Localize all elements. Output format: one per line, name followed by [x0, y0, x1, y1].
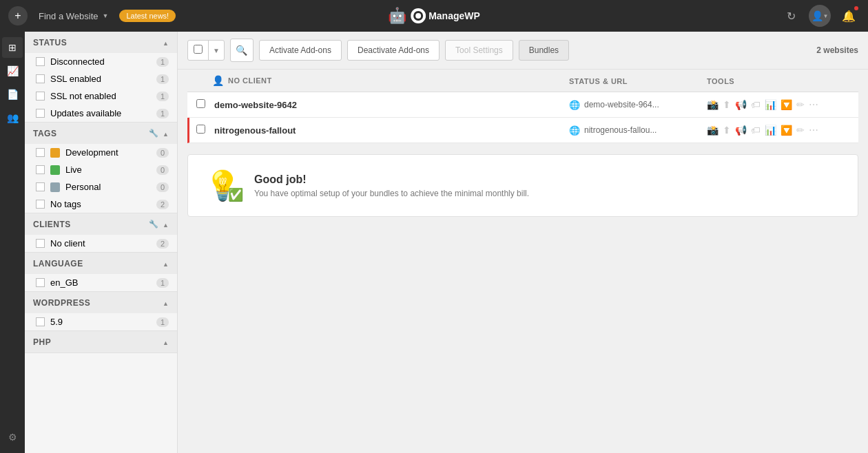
filter-count-ssl-not-enabled: 1	[156, 92, 169, 101]
collapse-wordpress-icon	[163, 297, 169, 308]
main-content: ▼ 🔍 Activate Add-ons Deactivate Add-ons …	[178, 32, 868, 453]
filter-section-clients-header[interactable]: Clients 🔧	[25, 213, 177, 235]
globe-icon-1: 🌐	[569, 100, 580, 110]
checkbox-development[interactable]	[36, 148, 45, 157]
filter-item-development[interactable]: Development 0	[25, 144, 177, 161]
filter-section-status: Status Disconnected 1 SSL enabled 1 SSL …	[25, 32, 177, 123]
checkbox-ssl-enabled[interactable]	[36, 74, 45, 83]
checkbox-no-client[interactable]	[36, 239, 45, 248]
checkbox-personal[interactable]	[36, 182, 45, 191]
tag-dot-development	[50, 148, 60, 158]
wrench-icon: 🔧	[149, 129, 158, 138]
select-all-dropdown-arrow[interactable]: ▼	[209, 43, 224, 59]
sidebar-item-settings[interactable]: ⚙	[2, 427, 23, 447]
sidebar-item-performance[interactable]: 📈	[2, 61, 23, 81]
filter-item-personal[interactable]: Personal 0	[25, 178, 177, 196]
stats-tool-1[interactable]: 📊	[765, 99, 776, 110]
filter-section-status-header[interactable]: Status	[25, 32, 177, 53]
filter-label-ssl-not-enabled: SSL not enabled	[50, 91, 116, 101]
select-all-input[interactable]	[194, 45, 203, 54]
toolbar: ▼ 🔍 Activate Add-ons Deactivate Add-ons …	[178, 32, 868, 70]
filter-item-no-tags[interactable]: No tags 2	[25, 196, 177, 213]
row-2-checkbox[interactable]	[196, 125, 205, 134]
filter-item-no-client[interactable]: No client 2	[25, 235, 177, 252]
find-website-label: Find a Website	[39, 11, 98, 21]
sidebar-item-clients[interactable]: 👥	[2, 107, 23, 128]
checkbox-live[interactable]	[36, 165, 45, 174]
clone-tool-2[interactable]: 🔽	[781, 125, 792, 136]
filter-section-wordpress: WordPress 5.9 1	[25, 292, 177, 331]
update-tool-2[interactable]: ⬆	[723, 125, 731, 136]
tag-tool-2[interactable]: 🏷	[751, 125, 761, 136]
filter-item-ssl-enabled[interactable]: SSL enabled 1	[25, 70, 177, 87]
filter-item-ssl-not-enabled[interactable]: SSL not enabled 1	[25, 87, 177, 105]
filter-count-ssl-enabled: 1	[156, 74, 169, 84]
sidebar-item-dashboard[interactable]: ⊞	[2, 37, 23, 58]
row-1-checkbox[interactable]	[196, 99, 205, 108]
tag-tool-1[interactable]: 🏷	[751, 99, 761, 110]
select-all-checkbox-dropdown[interactable]: ▼	[187, 40, 225, 61]
screenshot-tool-1[interactable]: 📸	[707, 99, 719, 110]
select-all-checkbox[interactable]	[188, 41, 209, 60]
add-website-button[interactable]: +	[8, 6, 28, 25]
user-avatar-button[interactable]: 👤 ▼	[809, 5, 831, 27]
filter-item-updates-available[interactable]: Updates available 1	[25, 105, 177, 122]
refresh-button[interactable]: ↻	[780, 5, 802, 27]
bundles-button[interactable]: Bundles	[519, 40, 569, 61]
more-tool-2[interactable]: ⋯	[809, 125, 818, 136]
find-website-button[interactable]: Find a Website ▼	[33, 8, 114, 24]
logo: ManageWP	[411, 8, 480, 23]
update-tool-1[interactable]: ⬆	[723, 99, 731, 110]
filter-count-personal: 0	[156, 182, 169, 192]
filter-section-tags-title: Tags	[33, 129, 56, 138]
filter-section-language-title: Language	[33, 259, 83, 268]
logo-text: ManageWP	[428, 10, 480, 21]
edit-tool-1[interactable]: ✏	[796, 99, 805, 110]
more-tool-1[interactable]: ⋯	[809, 99, 818, 110]
notifications-button[interactable]: 🔔	[838, 5, 860, 27]
screenshot-tool-2[interactable]: 📸	[707, 125, 719, 136]
filter-count-updates-available: 1	[156, 109, 169, 118]
filter-section-tags-header[interactable]: Tags 🔧	[25, 123, 177, 144]
good-job-description: You have optimal setup of your bundles t…	[254, 189, 529, 198]
icon-sidebar: ⊞ 📈 📄 👥 ⚙	[0, 32, 25, 453]
filter-section-php-title: PHP	[33, 337, 51, 347]
checkbox-updates-available[interactable]	[36, 109, 45, 118]
filter-item-en-gb[interactable]: en_GB 1	[25, 274, 177, 291]
user-dropdown-arrow: ▼	[823, 13, 829, 19]
filter-item-wp-59[interactable]: 5.9 1	[25, 313, 177, 330]
activate-addons-button[interactable]: Activate Add-ons	[259, 40, 342, 61]
stats-tool-2[interactable]: 📊	[765, 125, 776, 136]
sidebar-item-reports[interactable]: 📄	[2, 84, 23, 105]
filter-label-en-gb: en_GB	[50, 277, 78, 288]
site-name-2: nitrogenous-fallout	[214, 125, 296, 136]
deactivate-addons-button[interactable]: Deactivate Add-ons	[347, 40, 440, 61]
search-button[interactable]: 🔍	[230, 39, 254, 62]
edit-tool-2[interactable]: ✏	[796, 125, 805, 136]
filter-item-live[interactable]: Live 0	[25, 161, 177, 178]
filter-section-clients-title: Clients	[33, 220, 71, 229]
filter-label-updates-available: Updates available	[50, 108, 121, 118]
filter-section-language-header[interactable]: Language	[25, 253, 177, 274]
filter-item-disconnected[interactable]: Disconnected 1	[25, 53, 177, 70]
checkbox-ssl-not-enabled[interactable]	[36, 92, 45, 101]
no-client-header: No client	[228, 76, 272, 85]
filter-count-disconnected: 1	[156, 57, 169, 67]
clone-tool-1[interactable]: 🔽	[781, 99, 792, 110]
filter-label-wp-59: 5.9	[50, 317, 63, 327]
mascot-icon: 🤖	[388, 7, 406, 25]
news-badge-button[interactable]: Latest news!	[119, 10, 176, 22]
announce-tool-1[interactable]: 📢	[735, 99, 747, 110]
tag-dot-live	[50, 165, 60, 175]
announce-tool-2[interactable]: 📢	[735, 125, 747, 136]
globe-icon-2: 🌐	[569, 125, 580, 136]
checkbox-no-tags[interactable]	[36, 200, 45, 209]
checkbox-wp-59[interactable]	[36, 317, 45, 326]
filter-section-wordpress-header[interactable]: WordPress	[25, 292, 177, 313]
checkbox-disconnected[interactable]	[36, 57, 45, 66]
tool-settings-button[interactable]: Tool Settings	[445, 40, 513, 61]
checkbox-en-gb[interactable]	[36, 278, 45, 287]
filter-section-php-header[interactable]: PHP	[25, 331, 177, 352]
nav-center: 🤖 ManageWP	[388, 7, 480, 25]
table-row: demo-website-9642 🌐 demo-website-964... …	[187, 92, 858, 118]
